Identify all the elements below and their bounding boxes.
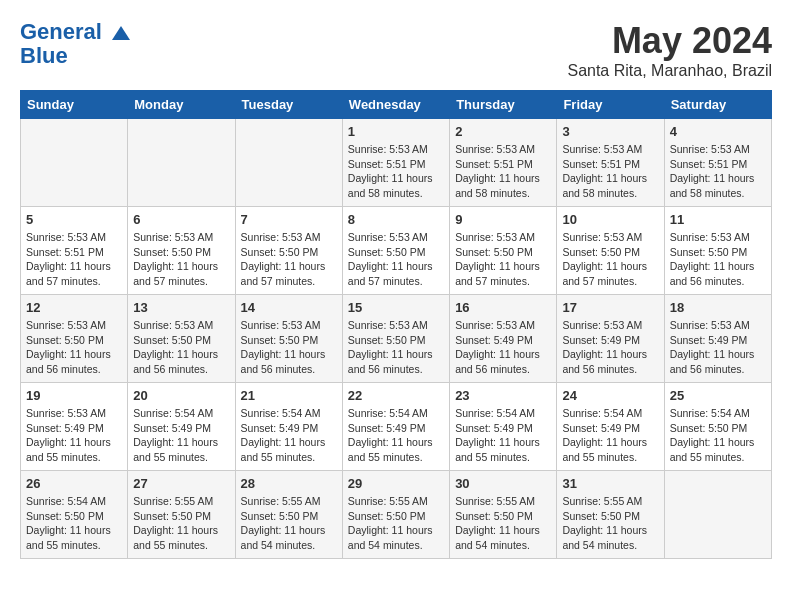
week-row-1: 1Sunrise: 5:53 AMSunset: 5:51 PMDaylight… <box>21 119 772 207</box>
day-info: Sunrise: 5:54 AMSunset: 5:49 PMDaylight:… <box>241 406 337 465</box>
day-info: Sunrise: 5:53 AMSunset: 5:50 PMDaylight:… <box>26 318 122 377</box>
day-info: Sunrise: 5:53 AMSunset: 5:51 PMDaylight:… <box>562 142 658 201</box>
day-number: 23 <box>455 388 551 403</box>
day-number: 13 <box>133 300 229 315</box>
day-info: Sunrise: 5:54 AMSunset: 5:50 PMDaylight:… <box>670 406 766 465</box>
calendar-cell: 6Sunrise: 5:53 AMSunset: 5:50 PMDaylight… <box>128 207 235 295</box>
calendar-cell: 24Sunrise: 5:54 AMSunset: 5:49 PMDayligh… <box>557 383 664 471</box>
month-title: May 2024 <box>567 20 772 62</box>
day-number: 11 <box>670 212 766 227</box>
logo-text: General Blue <box>20 20 132 68</box>
day-number: 3 <box>562 124 658 139</box>
header-wednesday: Wednesday <box>342 91 449 119</box>
svg-marker-0 <box>112 26 130 40</box>
calendar-cell: 11Sunrise: 5:53 AMSunset: 5:50 PMDayligh… <box>664 207 771 295</box>
calendar-cell: 22Sunrise: 5:54 AMSunset: 5:49 PMDayligh… <box>342 383 449 471</box>
header-friday: Friday <box>557 91 664 119</box>
calendar-cell <box>21 119 128 207</box>
day-info: Sunrise: 5:55 AMSunset: 5:50 PMDaylight:… <box>562 494 658 553</box>
day-number: 15 <box>348 300 444 315</box>
calendar-cell: 23Sunrise: 5:54 AMSunset: 5:49 PMDayligh… <box>450 383 557 471</box>
calendar-cell: 20Sunrise: 5:54 AMSunset: 5:49 PMDayligh… <box>128 383 235 471</box>
day-number: 6 <box>133 212 229 227</box>
day-info: Sunrise: 5:53 AMSunset: 5:49 PMDaylight:… <box>26 406 122 465</box>
day-info: Sunrise: 5:54 AMSunset: 5:50 PMDaylight:… <box>26 494 122 553</box>
day-number: 20 <box>133 388 229 403</box>
day-info: Sunrise: 5:53 AMSunset: 5:50 PMDaylight:… <box>348 230 444 289</box>
calendar-cell: 31Sunrise: 5:55 AMSunset: 5:50 PMDayligh… <box>557 471 664 559</box>
day-number: 17 <box>562 300 658 315</box>
calendar-cell: 19Sunrise: 5:53 AMSunset: 5:49 PMDayligh… <box>21 383 128 471</box>
day-number: 18 <box>670 300 766 315</box>
header-monday: Monday <box>128 91 235 119</box>
day-number: 19 <box>26 388 122 403</box>
calendar-cell: 5Sunrise: 5:53 AMSunset: 5:51 PMDaylight… <box>21 207 128 295</box>
calendar-cell: 25Sunrise: 5:54 AMSunset: 5:50 PMDayligh… <box>664 383 771 471</box>
day-number: 24 <box>562 388 658 403</box>
day-number: 21 <box>241 388 337 403</box>
week-row-4: 19Sunrise: 5:53 AMSunset: 5:49 PMDayligh… <box>21 383 772 471</box>
day-number: 27 <box>133 476 229 491</box>
day-info: Sunrise: 5:53 AMSunset: 5:49 PMDaylight:… <box>562 318 658 377</box>
day-number: 29 <box>348 476 444 491</box>
calendar-cell: 7Sunrise: 5:53 AMSunset: 5:50 PMDaylight… <box>235 207 342 295</box>
day-number: 30 <box>455 476 551 491</box>
day-number: 7 <box>241 212 337 227</box>
calendar-cell: 29Sunrise: 5:55 AMSunset: 5:50 PMDayligh… <box>342 471 449 559</box>
day-info: Sunrise: 5:55 AMSunset: 5:50 PMDaylight:… <box>133 494 229 553</box>
calendar-cell: 3Sunrise: 5:53 AMSunset: 5:51 PMDaylight… <box>557 119 664 207</box>
location: Santa Rita, Maranhao, Brazil <box>567 62 772 80</box>
page-header: General Blue May 2024 Santa Rita, Maranh… <box>20 20 772 80</box>
logo: General Blue <box>20 20 132 68</box>
calendar-cell: 28Sunrise: 5:55 AMSunset: 5:50 PMDayligh… <box>235 471 342 559</box>
day-info: Sunrise: 5:54 AMSunset: 5:49 PMDaylight:… <box>562 406 658 465</box>
day-number: 5 <box>26 212 122 227</box>
calendar-cell: 30Sunrise: 5:55 AMSunset: 5:50 PMDayligh… <box>450 471 557 559</box>
day-info: Sunrise: 5:53 AMSunset: 5:51 PMDaylight:… <box>455 142 551 201</box>
calendar-cell: 15Sunrise: 5:53 AMSunset: 5:50 PMDayligh… <box>342 295 449 383</box>
day-info: Sunrise: 5:53 AMSunset: 5:50 PMDaylight:… <box>241 318 337 377</box>
day-number: 26 <box>26 476 122 491</box>
day-number: 25 <box>670 388 766 403</box>
day-info: Sunrise: 5:53 AMSunset: 5:49 PMDaylight:… <box>670 318 766 377</box>
day-info: Sunrise: 5:55 AMSunset: 5:50 PMDaylight:… <box>455 494 551 553</box>
header-saturday: Saturday <box>664 91 771 119</box>
day-number: 1 <box>348 124 444 139</box>
day-info: Sunrise: 5:54 AMSunset: 5:49 PMDaylight:… <box>455 406 551 465</box>
header-sunday: Sunday <box>21 91 128 119</box>
calendar-cell: 16Sunrise: 5:53 AMSunset: 5:49 PMDayligh… <box>450 295 557 383</box>
header-tuesday: Tuesday <box>235 91 342 119</box>
day-info: Sunrise: 5:54 AMSunset: 5:49 PMDaylight:… <box>348 406 444 465</box>
week-row-5: 26Sunrise: 5:54 AMSunset: 5:50 PMDayligh… <box>21 471 772 559</box>
calendar-cell: 17Sunrise: 5:53 AMSunset: 5:49 PMDayligh… <box>557 295 664 383</box>
calendar-cell: 18Sunrise: 5:53 AMSunset: 5:49 PMDayligh… <box>664 295 771 383</box>
calendar-cell: 4Sunrise: 5:53 AMSunset: 5:51 PMDaylight… <box>664 119 771 207</box>
logo-icon <box>110 22 132 44</box>
calendar-cell: 2Sunrise: 5:53 AMSunset: 5:51 PMDaylight… <box>450 119 557 207</box>
day-number: 16 <box>455 300 551 315</box>
calendar-cell <box>664 471 771 559</box>
day-number: 2 <box>455 124 551 139</box>
day-info: Sunrise: 5:55 AMSunset: 5:50 PMDaylight:… <box>241 494 337 553</box>
calendar-cell <box>235 119 342 207</box>
day-info: Sunrise: 5:53 AMSunset: 5:50 PMDaylight:… <box>241 230 337 289</box>
day-info: Sunrise: 5:53 AMSunset: 5:50 PMDaylight:… <box>670 230 766 289</box>
calendar-cell: 26Sunrise: 5:54 AMSunset: 5:50 PMDayligh… <box>21 471 128 559</box>
day-info: Sunrise: 5:53 AMSunset: 5:50 PMDaylight:… <box>455 230 551 289</box>
calendar-table: Sunday Monday Tuesday Wednesday Thursday… <box>20 90 772 559</box>
week-row-3: 12Sunrise: 5:53 AMSunset: 5:50 PMDayligh… <box>21 295 772 383</box>
day-info: Sunrise: 5:53 AMSunset: 5:50 PMDaylight:… <box>348 318 444 377</box>
calendar-cell: 12Sunrise: 5:53 AMSunset: 5:50 PMDayligh… <box>21 295 128 383</box>
calendar-cell <box>128 119 235 207</box>
day-number: 10 <box>562 212 658 227</box>
day-number: 22 <box>348 388 444 403</box>
day-number: 28 <box>241 476 337 491</box>
calendar-cell: 13Sunrise: 5:53 AMSunset: 5:50 PMDayligh… <box>128 295 235 383</box>
header-row: Sunday Monday Tuesday Wednesday Thursday… <box>21 91 772 119</box>
calendar-cell: 1Sunrise: 5:53 AMSunset: 5:51 PMDaylight… <box>342 119 449 207</box>
day-info: Sunrise: 5:53 AMSunset: 5:50 PMDaylight:… <box>133 230 229 289</box>
day-info: Sunrise: 5:53 AMSunset: 5:50 PMDaylight:… <box>562 230 658 289</box>
calendar-cell: 14Sunrise: 5:53 AMSunset: 5:50 PMDayligh… <box>235 295 342 383</box>
day-info: Sunrise: 5:53 AMSunset: 5:50 PMDaylight:… <box>133 318 229 377</box>
day-info: Sunrise: 5:55 AMSunset: 5:50 PMDaylight:… <box>348 494 444 553</box>
